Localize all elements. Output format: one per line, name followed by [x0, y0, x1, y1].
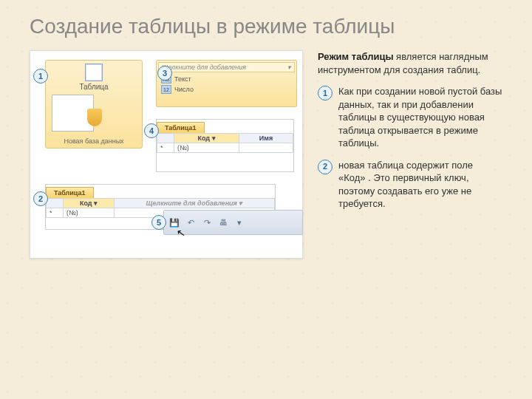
- callout-3: 3: [157, 66, 172, 81]
- panel-ribbon-datatypes: Щелкните для добавления ▾ АБ Текст 12 Чи…: [156, 60, 297, 107]
- dropdown-icon: ▾: [233, 216, 245, 228]
- empty-cell: [239, 143, 293, 153]
- new-row-marker: *: [47, 208, 64, 218]
- text-type-label: Текст: [174, 75, 191, 83]
- panel-template-card: Таблица Новая база данных: [45, 60, 143, 149]
- new-row-marker: *: [157, 143, 174, 153]
- ribbon-header-text: Щелкните для добавления: [162, 64, 246, 71]
- print-icon: 🖶: [217, 216, 229, 228]
- bullet-1-text: Как при создании новой пустой базы данны…: [338, 85, 502, 150]
- table-tab: Таблица1: [157, 122, 205, 133]
- redo-icon: ↷: [201, 216, 213, 228]
- undo-icon: ↶: [185, 216, 197, 228]
- bullet-2-text: новая таблица содержит поле «Код» . Это …: [338, 159, 502, 211]
- ribbon-datatype-header: Щелкните для добавления ▾: [158, 62, 295, 72]
- table-icon: [85, 64, 103, 81]
- row-selector-header: [157, 134, 174, 143]
- callout-2: 2: [33, 191, 48, 206]
- callout-5: 5: [151, 215, 166, 230]
- blank-db-icon: [52, 95, 94, 132]
- bullet-2: 2 новая таблица содержит поле «Код» . Эт…: [318, 159, 502, 211]
- col-name-header: Имя: [239, 134, 293, 143]
- cursor-icon: ↖: [176, 226, 187, 239]
- row-selector-header: [47, 199, 64, 208]
- number-type-label: Число: [174, 86, 194, 93]
- bullet-2-badge: 2: [318, 160, 332, 174]
- col-id-header: Код ▾: [64, 199, 115, 208]
- intro-bold: Режим таблицы: [318, 51, 394, 62]
- slide-title: Создание таблицы в режиме таблицы: [30, 15, 502, 38]
- blank-db-caption: Новая база данных: [46, 137, 142, 145]
- table-tab-wide: Таблица1: [46, 187, 94, 198]
- autonumber-cell: (№): [64, 208, 115, 218]
- bullet-1: 1 Как при создании новой пустой базы дан…: [318, 85, 502, 150]
- illustration-composite: 1 2 3 4 5 Таблица Новая база данных Щелк…: [30, 50, 303, 259]
- datatype-option-number: 12 Число: [158, 84, 295, 95]
- table-icon-label: Таблица: [46, 83, 142, 91]
- datasheet-small: Код ▾ Имя * (№): [157, 133, 293, 153]
- callout-1: 1: [33, 69, 48, 83]
- intro-paragraph: Режим таблицы является наглядным инструм…: [318, 50, 502, 76]
- col-id-header: Код ▾: [174, 134, 239, 143]
- callout-4: 4: [144, 123, 159, 138]
- bullet-1-badge: 1: [318, 86, 332, 100]
- autonumber-cell: (№): [174, 143, 239, 153]
- number-type-icon: 12: [161, 85, 171, 94]
- col-add-header: Щелкните для добавления ▾: [115, 199, 275, 208]
- panel-table-small: Таблица1 Код ▾ Имя * (№): [156, 119, 294, 172]
- chevron-down-icon: ▾: [287, 64, 291, 71]
- datatype-option-text: АБ Текст: [158, 74, 295, 84]
